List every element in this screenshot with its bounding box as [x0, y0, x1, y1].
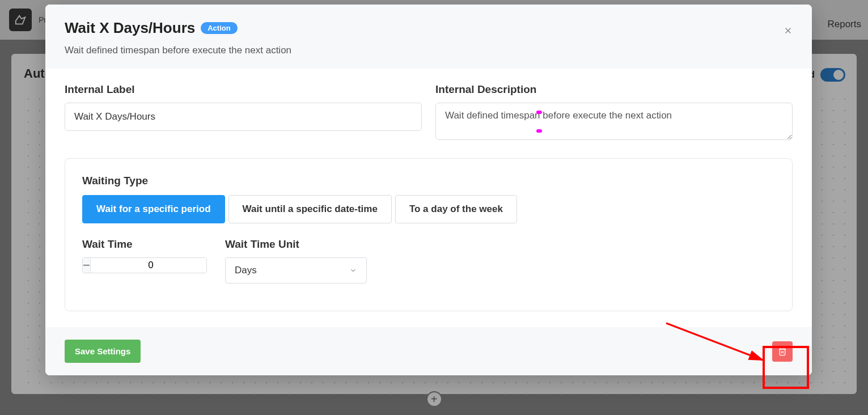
internal-desc-field: Internal Description	[435, 83, 793, 142]
seg-specific-period[interactable]: Wait for a specific period	[82, 195, 225, 223]
wait-unit-label: Wait Time Unit	[225, 238, 367, 251]
action-badge: Action	[201, 22, 237, 34]
seg-specific-datetime[interactable]: Wait until a specific date-time	[228, 195, 392, 223]
wait-time-input[interactable]	[90, 258, 207, 273]
internal-desc-heading: Internal Description	[435, 83, 793, 96]
annotation-marker	[536, 129, 542, 133]
modal-title: Wait X Days/Hours	[65, 19, 195, 37]
waiting-type-segment: Wait for a specific period Wait until a …	[82, 195, 775, 223]
wait-time-label: Wait Time	[82, 238, 207, 251]
internal-label-field: Internal Label	[65, 83, 422, 142]
internal-label-input[interactable]	[65, 103, 422, 131]
wait-unit-value: Days	[235, 265, 257, 276]
wait-unit-col: Wait Time Unit Days	[225, 238, 367, 283]
chevron-down-icon	[349, 266, 357, 274]
annotation-marker	[536, 111, 542, 114]
wait-action-modal: Wait X Days/Hours Action Wait defined ti…	[45, 5, 812, 375]
modal-body: Internal Label Internal Description Wait…	[45, 69, 812, 311]
wait-time-stepper: − +	[82, 257, 207, 273]
stepper-decrement[interactable]: −	[83, 258, 90, 273]
delete-button[interactable]	[772, 341, 793, 362]
close-button[interactable]	[780, 23, 796, 39]
internal-label-heading: Internal Label	[65, 83, 422, 96]
close-icon	[783, 26, 793, 36]
waiting-type-label: Waiting Type	[82, 175, 775, 187]
modal-subtitle: Wait defined timespan before execute the…	[65, 45, 793, 56]
modal-footer: Save Settings	[45, 327, 812, 375]
internal-desc-input[interactable]	[435, 103, 793, 140]
wait-unit-select[interactable]: Days	[225, 257, 367, 283]
modal-header: Wait X Days/Hours Action Wait defined ti…	[45, 5, 812, 69]
waiting-type-panel: Waiting Type Wait for a specific period …	[65, 158, 793, 311]
wait-time-col: Wait Time − +	[82, 238, 207, 283]
seg-day-of-week[interactable]: To a day of the week	[395, 195, 517, 223]
trash-icon	[778, 347, 787, 356]
save-settings-button[interactable]: Save Settings	[65, 340, 141, 363]
